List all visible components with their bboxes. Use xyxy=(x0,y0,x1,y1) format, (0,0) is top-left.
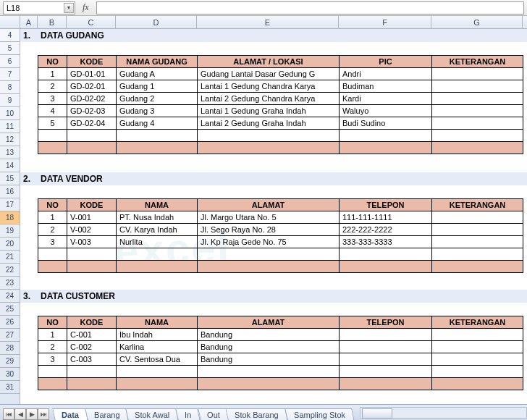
cell[interactable]: 2 xyxy=(38,341,67,353)
cell[interactable]: V-002 xyxy=(67,224,117,236)
cell[interactable] xyxy=(117,248,198,261)
col-header-cell[interactable]: KODE xyxy=(67,316,117,329)
cell[interactable]: 1 xyxy=(38,211,67,224)
row-header-11[interactable]: 11 xyxy=(0,120,20,133)
table-row[interactable]: 2V-002CV. Karya IndahJl. Sego Raya No. 2… xyxy=(38,224,523,236)
cell[interactable] xyxy=(67,366,117,378)
row-header-25[interactable]: 25 xyxy=(0,303,20,316)
col-header-cell[interactable]: PIC xyxy=(340,56,432,68)
table-row[interactable] xyxy=(38,261,523,273)
row-header-26[interactable]: 26 xyxy=(0,316,20,329)
row-header-28[interactable]: 28 xyxy=(0,342,20,355)
cell[interactable] xyxy=(67,378,117,390)
cell[interactable] xyxy=(198,248,340,261)
table-row[interactable] xyxy=(38,248,523,261)
cell[interactable]: V-003 xyxy=(67,236,117,248)
cell[interactable]: CV. Sentosa Dua xyxy=(117,353,198,366)
chevron-down-icon[interactable]: ▾ xyxy=(64,3,74,13)
cell[interactable] xyxy=(67,142,117,154)
cell[interactable]: 5 xyxy=(38,117,67,130)
tab-nav-last[interactable]: ⏭ xyxy=(38,408,49,420)
row-header-8[interactable]: 8 xyxy=(0,81,20,94)
table-row[interactable]: 1C-001Ibu IndahBandung xyxy=(38,329,523,341)
name-box[interactable]: L18 ▾ xyxy=(3,1,75,14)
cell[interactable]: Gudang 3 xyxy=(117,105,198,117)
row-header-15[interactable]: 15 xyxy=(0,172,20,185)
fx-icon[interactable]: fx xyxy=(78,2,93,13)
cell[interactable] xyxy=(432,130,523,142)
cell[interactable]: Gudang A xyxy=(117,68,198,80)
sheet-tab-sampling-stok[interactable]: Sampling Stok xyxy=(284,408,355,420)
col-header-cell[interactable]: ALAMAT xyxy=(198,316,340,329)
sheet-tab-stok-barang[interactable]: Stok Barang xyxy=(226,408,288,420)
cell[interactable] xyxy=(340,261,432,273)
col-header-F[interactable]: F xyxy=(339,16,431,28)
cell[interactable] xyxy=(432,117,523,130)
sheet-tab-stok-awal[interactable]: Stok Awal xyxy=(126,408,180,420)
cell[interactable]: Jl. Margo Utara No. 5 xyxy=(198,211,340,224)
cell[interactable]: Bandung xyxy=(198,329,340,341)
table-row[interactable]: 1GD-01-01Gudang AGudang Lantai Dasar Ged… xyxy=(38,68,523,80)
row-header-10[interactable]: 10 xyxy=(0,107,20,120)
col-header-cell[interactable]: KETERANGAN xyxy=(432,56,523,68)
cell[interactable]: Andri xyxy=(340,68,432,80)
cell[interactable]: 2 xyxy=(38,224,67,236)
col-header-cell[interactable]: ALAMAT xyxy=(198,199,340,211)
cell[interactable]: CV. Karya Indah xyxy=(117,224,198,236)
row-header-13[interactable]: 13 xyxy=(0,146,20,159)
row-header-30[interactable]: 30 xyxy=(0,368,20,381)
tab-nav-prev[interactable]: ◀ xyxy=(14,408,26,420)
cell[interactable]: Gudang 2 xyxy=(117,93,198,105)
table-row[interactable]: 2C-002KarlinaBandung xyxy=(38,341,523,353)
cell[interactable] xyxy=(340,142,432,154)
row-header-14[interactable]: 14 xyxy=(0,159,20,172)
cell[interactable]: GD-02-04 xyxy=(67,117,117,130)
cell[interactable] xyxy=(432,261,523,273)
cell[interactable]: Bandung xyxy=(198,341,340,353)
cell[interactable] xyxy=(38,261,67,273)
table-row[interactable] xyxy=(38,142,523,154)
cell[interactable]: 3 xyxy=(38,353,67,366)
col-header-cell[interactable]: KODE xyxy=(67,56,117,68)
cell[interactable] xyxy=(117,366,198,378)
cell[interactable] xyxy=(432,353,523,366)
col-header-cell[interactable]: ALAMAT / LOKASI xyxy=(198,56,340,68)
table-row[interactable]: 2GD-02-01Gudang 1Lantai 1 Gedung Chandra… xyxy=(38,80,523,93)
select-all-corner[interactable] xyxy=(0,16,20,28)
row-header-22[interactable]: 22 xyxy=(0,264,20,277)
cell[interactable] xyxy=(432,329,523,341)
cell[interactable]: 1 xyxy=(38,68,67,80)
col-header-cell[interactable]: NAMA GUDANG xyxy=(117,56,198,68)
table-row[interactable]: 3V-003NurlitaJl. Kp Raja Gede No. 75333-… xyxy=(38,236,523,248)
cell[interactable]: 111-111-1111 xyxy=(340,211,432,224)
cell[interactable] xyxy=(67,261,117,273)
cell[interactable] xyxy=(117,142,198,154)
cell[interactable] xyxy=(340,378,432,390)
col-header-B[interactable]: B xyxy=(38,16,67,28)
col-header-A[interactable]: A xyxy=(20,16,38,28)
col-header-cell[interactable]: NAMA xyxy=(117,199,198,211)
cell[interactable] xyxy=(432,142,523,154)
cell[interactable]: Lantai 1 Gedung Chandra Karya xyxy=(198,80,340,93)
row-header-24[interactable]: 24 xyxy=(0,290,20,303)
row-header-23[interactable]: 23 xyxy=(0,277,20,290)
table-row[interactable] xyxy=(38,378,523,390)
cell[interactable]: 1 xyxy=(38,329,67,341)
cell[interactable]: Lantai 1 Gedung Graha Indah xyxy=(198,105,340,117)
cell[interactable]: GD-02-02 xyxy=(67,93,117,105)
cell[interactable]: PT. Nusa Indah xyxy=(117,211,198,224)
cell[interactable] xyxy=(432,105,523,117)
sheet-tab-barang[interactable]: Barang xyxy=(85,408,129,420)
row-header-12[interactable]: 12 xyxy=(0,133,20,146)
cell[interactable] xyxy=(117,130,198,142)
cell[interactable]: Gudang 4 xyxy=(117,117,198,130)
row-header-31[interactable]: 31 xyxy=(0,381,20,394)
sheet-tab-out[interactable]: Out xyxy=(198,408,229,420)
cell[interactable]: C-002 xyxy=(67,341,117,353)
row-header-20[interactable]: 20 xyxy=(0,238,20,251)
cell[interactable] xyxy=(38,366,67,378)
cell[interactable] xyxy=(340,130,432,142)
row-header-16[interactable]: 16 xyxy=(0,185,20,198)
row-header-27[interactable]: 27 xyxy=(0,329,20,342)
col-header-cell[interactable]: TELEPON xyxy=(340,316,432,329)
